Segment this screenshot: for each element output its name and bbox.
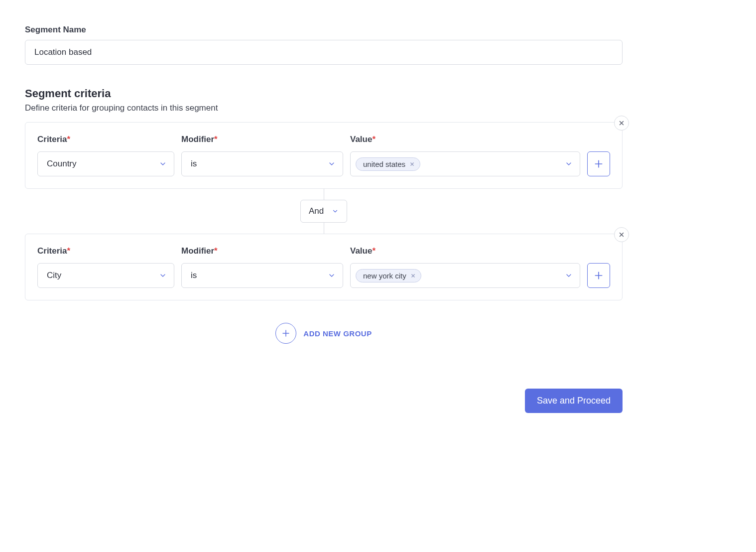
modifier-label: Modifier* — [181, 135, 343, 144]
chevron-down-icon — [159, 160, 167, 168]
operator-select[interactable]: And — [300, 200, 347, 223]
modifier-select[interactable]: is — [181, 263, 343, 288]
criteria-label: Criteria* — [37, 135, 174, 144]
plus-icon — [594, 271, 604, 280]
value-tag: new york city — [356, 269, 421, 282]
chevron-down-icon — [565, 160, 573, 168]
remove-group-button[interactable] — [614, 116, 629, 131]
criteria-value: City — [47, 271, 61, 280]
chevron-down-icon — [565, 272, 573, 279]
value-input[interactable]: united states — [350, 151, 580, 176]
add-criteria-button[interactable] — [587, 263, 610, 288]
add-new-group-label: ADD NEW GROUP — [303, 329, 372, 338]
connector-line — [324, 189, 324, 200]
criteria-select[interactable]: City — [37, 263, 174, 288]
connector-line — [324, 223, 324, 234]
close-icon — [618, 231, 625, 238]
value-input[interactable]: new york city — [350, 263, 580, 288]
add-group-circle-icon — [275, 323, 296, 344]
criteria-section-desc: Define criteria for grouping contacts in… — [25, 103, 623, 113]
tag-text: new york city — [363, 272, 406, 280]
operator-value: And — [309, 206, 324, 216]
remove-tag-icon[interactable] — [409, 161, 415, 167]
criteria-section-title: Segment criteria — [25, 87, 623, 100]
modifier-label: Modifier* — [181, 246, 343, 256]
criteria-group: Criteria* City Modifier* is Value* new y… — [25, 234, 623, 300]
tag-text: united states — [363, 160, 405, 168]
add-new-group-button[interactable]: ADD NEW GROUP — [25, 323, 623, 344]
chevron-down-icon — [332, 208, 339, 215]
add-criteria-button[interactable] — [587, 151, 610, 176]
modifier-value: is — [191, 159, 197, 169]
plus-icon — [281, 329, 290, 338]
remove-tag-icon[interactable] — [410, 273, 416, 278]
close-icon — [618, 120, 625, 127]
modifier-select[interactable]: is — [181, 151, 343, 176]
criteria-group: Criteria* Country Modifier* is Value* un… — [25, 122, 623, 189]
save-and-proceed-button[interactable]: Save and Proceed — [525, 389, 623, 413]
segment-name-label: Segment Name — [25, 25, 623, 35]
criteria-label: Criteria* — [37, 246, 174, 256]
chevron-down-icon — [328, 272, 336, 279]
chevron-down-icon — [159, 272, 167, 279]
criteria-select[interactable]: Country — [37, 151, 174, 176]
chevron-down-icon — [328, 160, 336, 168]
remove-group-button[interactable] — [614, 227, 629, 242]
group-connector: And — [25, 189, 623, 234]
plus-icon — [594, 159, 604, 169]
value-label: Value* — [350, 246, 580, 256]
criteria-value: Country — [47, 159, 77, 169]
value-tag: united states — [356, 157, 420, 171]
value-label: Value* — [350, 135, 580, 144]
modifier-value: is — [191, 271, 197, 280]
segment-name-input[interactable] — [25, 40, 623, 65]
